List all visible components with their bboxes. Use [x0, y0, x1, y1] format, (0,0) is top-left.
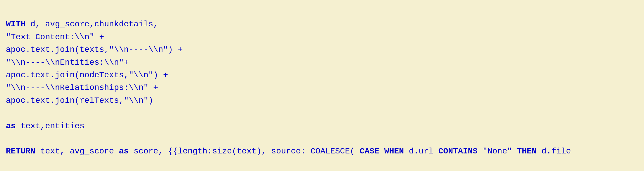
- code-token: apoc.text.join(nodeTexts,"\\n") +: [6, 71, 168, 80]
- line1: WITH d, avg_score,chunkdetails,: [6, 18, 638, 30]
- code-token: [379, 147, 384, 156]
- code-token: "Text Content:\\n" +: [6, 33, 104, 42]
- code-token: WITH: [6, 20, 25, 29]
- code-token: text,entities: [16, 122, 85, 131]
- code-token: apoc.text.join(relTexts,"\\n"): [6, 96, 153, 105]
- line2: "Text Content:\\n" +: [6, 31, 638, 43]
- code-token: CONTAINS: [438, 147, 478, 156]
- code-token: d.url: [404, 147, 438, 156]
- code-token: WHEN: [384, 147, 404, 156]
- line6: "\\n----\\nRelationships:\\n" +: [6, 81, 638, 94]
- line9: RETURN text, avg_score as score, {{lengt…: [6, 145, 638, 158]
- code-token: CASE: [360, 147, 379, 156]
- code-token: "None": [478, 147, 517, 156]
- line3: apoc.text.join(texts,"\\n----\\n") +: [6, 43, 638, 56]
- code-token: THEN: [517, 147, 537, 156]
- code-token: d.file: [537, 147, 571, 156]
- empty-line: [6, 132, 638, 145]
- line4: "\\n----\\nEntities:\\n"+: [6, 56, 638, 69]
- code-block: WITH d, avg_score,chunkdetails,"Text Con…: [6, 5, 638, 158]
- code-token: RETURN: [6, 147, 35, 156]
- code-token: score, {{length:size(text), source: COAL…: [129, 147, 360, 156]
- line7: apoc.text.join(relTexts,"\\n"): [6, 94, 638, 107]
- code-token: d, avg_score,chunkdetails,: [25, 20, 158, 29]
- code-token: "\\n----\\nEntities:\\n"+: [6, 58, 129, 67]
- line8: as text,entities: [6, 120, 638, 132]
- code-token: apoc.text.join(texts,"\\n----\\n") +: [6, 45, 183, 54]
- code-token: "\\n----\\nRelationships:\\n" +: [6, 83, 158, 92]
- line5: apoc.text.join(nodeTexts,"\\n") +: [6, 69, 638, 81]
- code-token: as: [6, 122, 16, 131]
- empty-line: [6, 107, 638, 119]
- code-token: as: [119, 147, 129, 156]
- code-token: text, avg_score: [35, 147, 119, 156]
